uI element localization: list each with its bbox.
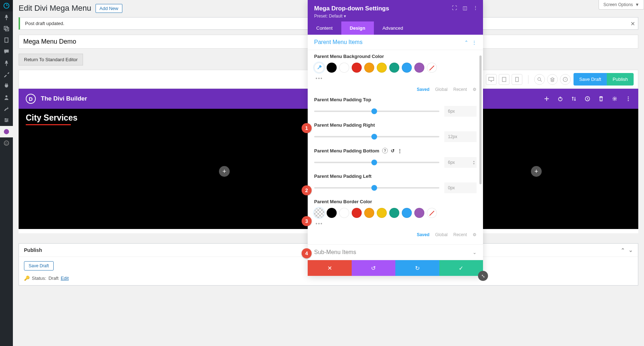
swatch-purple[interactable]: [414, 63, 424, 73]
swatch-none[interactable]: [427, 208, 437, 218]
swatch-blue[interactable]: [402, 63, 412, 73]
tablet-icon[interactable]: [499, 74, 509, 85]
help-icon[interactable]: ?: [382, 148, 388, 153]
desktop-icon[interactable]: [486, 74, 497, 85]
more-swatches-icon[interactable]: •••: [316, 75, 323, 81]
pin2-icon[interactable]: [0, 57, 13, 69]
users-icon[interactable]: [0, 92, 13, 103]
phone-icon[interactable]: [512, 74, 522, 85]
expand-icon[interactable]: ⛶: [452, 5, 457, 11]
chevron-down-icon[interactable]: ⌄: [473, 250, 477, 255]
confirm-button[interactable]: ✓: [439, 260, 483, 276]
padding-right-value[interactable]: 12px: [444, 131, 477, 142]
swatch-orange[interactable]: [364, 63, 374, 73]
swatch-red[interactable]: [352, 63, 362, 73]
help-icon[interactable]: ?: [560, 74, 571, 85]
zoom-icon[interactable]: [534, 74, 545, 85]
gear-icon[interactable]: ⚙: [473, 232, 477, 237]
swatch-red[interactable]: [352, 208, 362, 218]
swatch-black[interactable]: [327, 63, 337, 73]
swatch-purple[interactable]: [414, 208, 424, 218]
picker-swatch[interactable]: [314, 63, 324, 73]
resize-handle[interactable]: ⤡: [478, 271, 488, 281]
stepper-icon[interactable]: ▲▼: [473, 160, 475, 165]
gear-icon[interactable]: ⚙: [473, 87, 477, 92]
edit-status-link[interactable]: Edit: [61, 276, 69, 281]
reset-icon[interactable]: ↺: [391, 148, 395, 153]
add-module-right-button[interactable]: +: [531, 166, 542, 177]
padding-left-value[interactable]: 0px: [444, 182, 477, 193]
saved-tab[interactable]: Saved: [417, 232, 429, 237]
chevron-down-icon[interactable]: ⌄: [629, 247, 633, 253]
swatch-none[interactable]: [427, 63, 437, 73]
slider-thumb[interactable]: [371, 160, 377, 165]
swatch-teal[interactable]: [389, 208, 399, 218]
publish-save-draft-button[interactable]: Save Draft: [24, 261, 54, 271]
swatch-black[interactable]: [327, 208, 337, 218]
cancel-button[interactable]: ✕: [308, 260, 352, 276]
plugins-icon[interactable]: [0, 80, 13, 92]
power-icon[interactable]: [557, 96, 563, 102]
section-parent-menu[interactable]: Parent Menu Items ⌃ ⋮: [308, 35, 483, 50]
swatch-orange[interactable]: [364, 208, 374, 218]
recent-tab[interactable]: Recent: [453, 87, 467, 92]
pin-icon[interactable]: [0, 11, 13, 23]
screen-options-button[interactable]: Screen Options ▼: [599, 0, 644, 10]
tab-content[interactable]: Content: [308, 21, 341, 35]
dock-icon[interactable]: ◫: [463, 5, 467, 11]
pages-icon[interactable]: [0, 34, 13, 46]
add-module-left-button[interactable]: +: [219, 166, 230, 177]
chevron-up-icon[interactable]: ⌃: [464, 40, 468, 45]
padding-bottom-track[interactable]: [314, 162, 439, 163]
recent-tab[interactable]: Recent: [453, 232, 467, 237]
section-sub-menu[interactable]: Sub-Menu Items ⌄: [308, 244, 483, 260]
transparent-swatch[interactable]: [314, 208, 324, 218]
dashboard-icon[interactable]: [0, 0, 13, 11]
divi2-icon[interactable]: D: [0, 137, 13, 149]
swatch-yellow[interactable]: [377, 208, 387, 218]
global-tab[interactable]: Global: [435, 232, 448, 237]
divi-icon[interactable]: [0, 126, 13, 137]
gear-icon[interactable]: [612, 96, 618, 102]
modal-body[interactable]: Parent Menu Items ⌃ ⋮ Parent Menu Backgr…: [308, 35, 483, 260]
add-new-button[interactable]: Add New: [96, 4, 122, 13]
swatch-white[interactable]: [339, 63, 349, 73]
scrollbar-thumb[interactable]: [479, 55, 482, 184]
tools-icon[interactable]: [0, 103, 13, 114]
swatch-blue[interactable]: [402, 208, 412, 218]
publish-button[interactable]: Publish: [607, 73, 634, 86]
global-tab[interactable]: Global: [435, 87, 448, 92]
kebab-icon[interactable]: ⋮: [473, 5, 478, 11]
kebab-icon[interactable]: ⋮: [472, 40, 477, 45]
more-swatches-icon[interactable]: •••: [316, 221, 323, 226]
tab-advanced[interactable]: Advanced: [374, 21, 412, 35]
redo-button[interactable]: ↻: [395, 260, 439, 276]
padding-top-value[interactable]: 6px: [444, 106, 477, 117]
modal-header[interactable]: Mega Drop-down Settings Preset: Default …: [308, 0, 483, 21]
tab-design[interactable]: Design: [341, 21, 374, 35]
appearance-icon[interactable]: [0, 69, 13, 80]
history-icon[interactable]: [585, 96, 590, 102]
swatch-white[interactable]: [339, 208, 349, 218]
save-draft-button[interactable]: Save Draft: [574, 73, 607, 86]
swatch-yellow[interactable]: [377, 63, 387, 73]
kebab-icon[interactable]: ⋮: [397, 148, 402, 153]
chevron-up-icon[interactable]: ⌃: [621, 247, 625, 253]
undo-button[interactable]: ↺: [352, 260, 396, 276]
slider-thumb[interactable]: [371, 185, 377, 191]
swatch-teal[interactable]: [389, 63, 399, 73]
modal-preset[interactable]: Preset: Default ▾: [314, 14, 477, 19]
padding-left-track[interactable]: [314, 187, 439, 189]
trash-icon[interactable]: [598, 96, 604, 102]
padding-top-track[interactable]: [314, 111, 439, 112]
sort-icon[interactable]: [571, 96, 577, 102]
kebab-icon[interactable]: [625, 96, 631, 102]
layers-icon[interactable]: [547, 74, 558, 85]
media-icon[interactable]: [0, 23, 13, 34]
return-standard-editor-button[interactable]: Return To Standard Editor: [19, 54, 83, 65]
slider-thumb[interactable]: [371, 108, 377, 114]
settings-icon[interactable]: [0, 114, 13, 126]
dismiss-notice-icon[interactable]: ✕: [630, 20, 635, 27]
saved-tab[interactable]: Saved: [417, 87, 429, 92]
slider-thumb[interactable]: [371, 134, 377, 140]
